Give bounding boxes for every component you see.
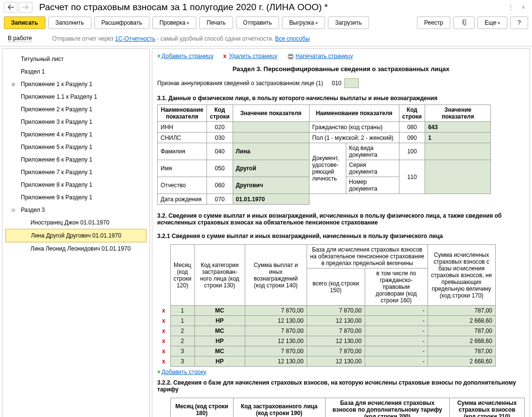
doc-num-field[interactable] <box>425 160 491 194</box>
help-button[interactable]: ? <box>510 16 528 29</box>
cell-result[interactable]: 2 668,60 <box>428 316 495 326</box>
add-page-link[interactable]: +Добавить страницу <box>157 53 213 60</box>
send-button[interactable]: Отправить <box>236 16 280 29</box>
tree-item[interactable]: Раздел 1 <box>2 65 149 78</box>
cell-gpd[interactable]: - <box>365 326 428 336</box>
cell-month[interactable]: 3 <box>170 357 194 367</box>
cell-category[interactable]: МС <box>194 306 245 316</box>
cell-gpd[interactable]: - <box>365 306 428 316</box>
delete-row-icon[interactable]: x <box>160 348 167 355</box>
cell-sum[interactable]: 7 870,00 <box>245 326 307 336</box>
citizen-field[interactable]: 643 <box>425 122 491 133</box>
tree-item[interactable]: Лина Леонид Леонидович 01.01.1970 <box>2 242 149 255</box>
add-row-321[interactable]: Добавить строку <box>162 369 207 375</box>
cell-month[interactable]: 1 <box>170 306 194 316</box>
expand-icon[interactable]: ⊕ <box>11 80 15 88</box>
cell-sum[interactable]: 7 870,00 <box>245 306 307 316</box>
s322-title: 3.2.2. Сведения о базе для начисления ст… <box>157 375 525 396</box>
cell-sum[interactable]: 12 130,00 <box>245 357 307 367</box>
cell-total[interactable]: 12 130,00 <box>307 357 365 367</box>
menu-icon[interactable]: ⋮ <box>506 2 516 12</box>
snils-field[interactable] <box>233 133 309 143</box>
tree-item[interactable]: ⊖Раздел 3 <box>2 204 149 216</box>
cell-month[interactable]: 2 <box>170 326 194 336</box>
cell-sum[interactable]: 7 870,00 <box>245 346 307 357</box>
sex-field[interactable]: 1 <box>425 133 491 143</box>
status-label[interactable]: В работе <box>8 35 32 42</box>
name-field[interactable]: Другой <box>233 160 309 177</box>
registry-button[interactable]: Реестр <box>417 16 450 29</box>
nav-back-button[interactable] <box>4 2 17 13</box>
decode-button[interactable]: Расшифровать <box>94 16 149 29</box>
attach-button[interactable] <box>453 16 474 29</box>
close-icon[interactable]: × <box>518 2 528 12</box>
print-page-link[interactable]: Напечатать страницу <box>287 53 353 60</box>
cell-result[interactable]: 2 668,60 <box>428 357 495 367</box>
cell-gpd[interactable]: - <box>365 316 428 326</box>
print-button[interactable]: Печать <box>199 16 233 29</box>
cell-category[interactable]: НР <box>194 357 245 367</box>
tree-item[interactable]: ⊕Приложение 1 к Разделу 1 <box>2 78 149 90</box>
cell-category[interactable]: МС <box>194 326 245 336</box>
link-all-ways[interactable]: Все способы <box>275 35 310 42</box>
tree-item[interactable]: Титульный лист <box>2 53 149 65</box>
cell-total[interactable]: 12 130,00 <box>307 316 365 326</box>
cell-month[interactable]: 1 <box>170 316 194 326</box>
tree-item[interactable]: Иностранец Джон 01.01.1970 <box>2 216 149 229</box>
tree-item[interactable]: Приложение 9 к Разделу 1 <box>2 191 149 204</box>
tree-item[interactable]: Приложение 2 к Разделу 1 <box>2 103 149 116</box>
cell-total[interactable]: 7 870,00 <box>307 346 365 357</box>
cell-total[interactable]: 7 870,00 <box>307 306 365 316</box>
tree-item[interactable]: Приложение 6 к Разделу 1 <box>2 153 149 166</box>
tree-item[interactable]: Приложение 5 к Разделу 1 <box>2 141 149 153</box>
cell-gpd[interactable]: - <box>365 336 428 346</box>
cell-sum[interactable]: 12 130,00 <box>245 336 307 346</box>
cell-result[interactable]: 2 668,60 <box>428 336 495 346</box>
tree-item[interactable]: Лина Другой Другович 01.01.1970 <box>5 229 147 242</box>
hint-text: Отправьте отчет через 1С-Отчетность - са… <box>52 35 310 42</box>
expand-icon[interactable]: ⊖ <box>11 206 15 214</box>
cell-result[interactable]: 787,00 <box>428 346 495 357</box>
cell-gpd[interactable]: - <box>365 357 428 367</box>
delete-row-icon[interactable]: x <box>160 338 167 344</box>
tree-item[interactable]: Приложение 7 к Разделу 1 <box>2 166 149 179</box>
dob-field[interactable]: 01.01.1970 <box>233 194 309 205</box>
cell-total[interactable]: 12 130,00 <box>307 336 365 346</box>
cell-result[interactable]: 787,00 <box>428 306 495 316</box>
doc-kind-field[interactable] <box>425 143 491 160</box>
cell-category[interactable]: МС <box>194 346 245 357</box>
cell-sum[interactable]: 12 130,00 <box>245 316 307 326</box>
cell-gpd[interactable]: - <box>365 346 428 357</box>
delete-page-link[interactable]: x Удалить страницу <box>223 53 277 60</box>
tree-item[interactable]: Приложение 3 к Разделу 1 <box>2 116 149 128</box>
inn-field[interactable] <box>233 122 309 133</box>
check-button[interactable]: Проверка <box>152 16 197 29</box>
s31-title: 3.1. Данные о физическом лице, в пользу … <box>157 91 525 104</box>
tree-item[interactable]: Приложение 4 к Разделу 1 <box>2 128 149 141</box>
write-button[interactable]: Записать <box>4 16 45 29</box>
patronymic-field[interactable]: Другович <box>233 177 309 194</box>
fill-button[interactable]: Заполнить <box>48 16 91 29</box>
delete-row-icon[interactable]: x <box>160 317 167 324</box>
cell-total[interactable]: 7 870,00 <box>307 326 365 336</box>
tree-item[interactable]: Приложение 1.1 к Разделу 1 <box>2 90 149 103</box>
delete-row-icon[interactable]: x <box>160 307 167 314</box>
delete-row-icon[interactable]: x <box>160 358 167 365</box>
surname-field[interactable]: Лина <box>233 143 309 160</box>
annul-checkbox[interactable] <box>344 78 359 88</box>
more-button[interactable]: Еще <box>477 16 507 29</box>
tree-item[interactable]: Приложение 8 к Разделу 1 <box>2 179 149 191</box>
tree-item-label: Приложение 5 к Разделу 1 <box>21 144 92 150</box>
section-tree[interactable]: Титульный листРаздел 1⊕Приложение 1 к Ра… <box>2 48 150 417</box>
page-title: Расчет по страховым взносам за 1 полугод… <box>39 2 503 13</box>
cell-category[interactable]: НР <box>194 316 245 326</box>
import-button[interactable]: Загрузить <box>328 16 369 29</box>
export-button[interactable]: Выгрузка <box>282 16 325 29</box>
delete-row-icon[interactable]: x <box>160 328 167 334</box>
cell-month[interactable]: 3 <box>170 346 194 357</box>
link-1c-report[interactable]: 1С-Отчетность <box>115 35 155 42</box>
cell-month[interactable]: 2 <box>170 336 194 346</box>
cell-result[interactable]: 787,00 <box>428 326 495 336</box>
nav-forward-button[interactable] <box>19 2 32 13</box>
cell-category[interactable]: НР <box>194 336 245 346</box>
